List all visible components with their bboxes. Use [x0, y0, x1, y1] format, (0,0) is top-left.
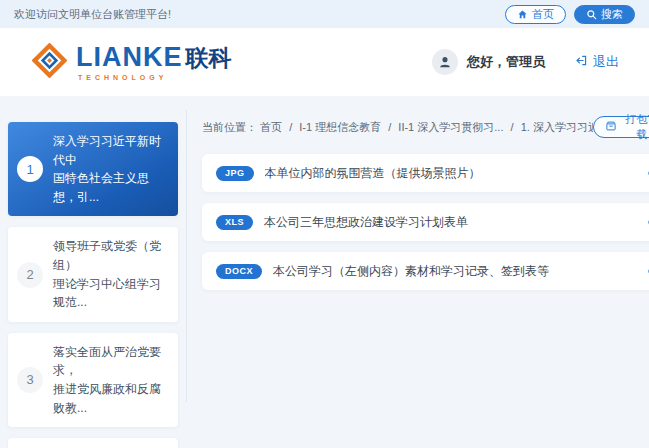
logo-name-en: LIANKE	[76, 44, 183, 71]
item-number-badge: 2	[17, 262, 43, 288]
user-info: 您好，管理员	[432, 49, 545, 75]
logout-icon	[575, 54, 588, 70]
sidebar-item-1[interactable]: 1 深入学习习近平新时代中 国特色社会主义思想，引...	[8, 122, 178, 216]
main-area: 1 深入学习习近平新时代中 国特色社会主义思想，引... 2 领导班子或党委（党…	[0, 96, 649, 448]
item-number-badge: 3	[17, 367, 43, 393]
breadcrumb: 当前位置： 首页 / I-1 理想信念教育 / II-1 深入学习贯彻习... …	[202, 120, 593, 135]
breadcrumb-item-level1[interactable]: I-1 理想信念教育	[299, 121, 381, 133]
breadcrumb-item-current: 1. 深入学习习近平...	[521, 121, 594, 133]
logo-icon	[32, 43, 67, 82]
breadcrumb-item-level2[interactable]: II-1 深入学习贯彻习...	[398, 121, 503, 133]
breadcrumb-separator: /	[388, 121, 391, 133]
home-button[interactable]: 首页	[505, 5, 566, 24]
home-icon	[517, 9, 528, 20]
sidebar-item-label: 深入学习习近平新时代中 国特色社会主义思想，引...	[53, 132, 169, 206]
topbar-actions: 首页 搜索	[505, 5, 635, 24]
search-button[interactable]: 搜索	[574, 5, 635, 24]
top-bar: 欢迎访问文明单位台账管理平台! 首页 搜索	[0, 0, 649, 28]
file-name: 本单位内部的氛围营造（提供场景照片）	[265, 165, 649, 182]
breadcrumb-separator: /	[289, 121, 292, 133]
logout-button[interactable]: 退出	[575, 53, 619, 71]
sidebar-item-3[interactable]: 3 落实全面从严治党要求， 推进党风廉政和反腐败教...	[8, 333, 178, 427]
vertical-divider	[186, 110, 187, 402]
logo-texts: LIANKE 联科 TECHNOLOGY	[76, 44, 232, 81]
header-right: 您好，管理员 退出	[432, 49, 619, 75]
logo-name-cn: 联科	[186, 47, 232, 70]
greeting-text: 您好，管理员	[467, 53, 545, 71]
file-type-badge: JPG	[216, 166, 254, 181]
package-icon	[605, 120, 617, 134]
sidebar: 1 深入学习习近平新时代中 国特色社会主义思想，引... 2 领导班子或党委（党…	[0, 112, 186, 448]
home-button-label: 首页	[532, 9, 554, 20]
logout-label: 退出	[593, 53, 619, 71]
avatar	[432, 49, 458, 75]
logo-subtitle: TECHNOLOGY	[78, 74, 232, 81]
sidebar-item-label: 落实全面从严治党要求， 推进党风廉政和反腐败教...	[53, 343, 169, 417]
file-row-docx: DOCX 本公司学习（左侧内容）素材和学习记录、签到表等 下载	[202, 252, 649, 290]
package-download-button[interactable]: 打包下载	[593, 116, 649, 138]
search-icon	[586, 9, 597, 20]
file-name: 本公司三年思想政治建设学习计划表单	[264, 214, 648, 231]
welcome-text: 欢迎访问文明单位台账管理平台!	[14, 7, 171, 22]
breadcrumb-label: 当前位置：	[202, 121, 257, 133]
file-type-badge: DOCX	[216, 264, 262, 279]
breadcrumb-separator: /	[511, 121, 514, 133]
breadcrumb-item-home[interactable]: 首页	[260, 121, 282, 133]
file-type-badge: XLS	[216, 215, 253, 230]
item-number-badge: 1	[17, 156, 43, 182]
file-row-jpg: JPG 本单位内部的氛围营造（提供场景照片） 下载	[202, 154, 649, 192]
sidebar-item-label: 领导班子或党委（党组） 理论学习中心组学习规范...	[53, 237, 169, 311]
search-button-label: 搜索	[601, 9, 623, 20]
content-header: 当前位置： 首页 / I-1 理想信念教育 / II-1 深入学习贯彻习... …	[202, 114, 649, 140]
sidebar-item-4[interactable]: 4 加强党建工作，建立健全 “党建+文明创建”机制...	[8, 438, 178, 448]
header: LIANKE 联科 TECHNOLOGY 您好，管理员 退出	[0, 28, 649, 96]
app-window: 欢迎访问文明单位台账管理平台! 首页 搜索	[0, 0, 649, 448]
logo: LIANKE 联科 TECHNOLOGY	[32, 43, 232, 82]
head-actions: 打包下载	[593, 114, 649, 140]
file-row-xls: XLS 本公司三年思想政治建设学习计划表单 下载	[202, 203, 649, 241]
content-panel: 当前位置： 首页 / I-1 理想信念教育 / II-1 深入学习贯彻习... …	[186, 112, 649, 448]
sidebar-item-2[interactable]: 2 领导班子或党委（党组） 理论学习中心组学习规范...	[8, 227, 178, 321]
package-download-label: 打包下载	[622, 112, 649, 142]
file-name: 本公司学习（左侧内容）素材和学习记录、签到表等	[273, 263, 648, 280]
